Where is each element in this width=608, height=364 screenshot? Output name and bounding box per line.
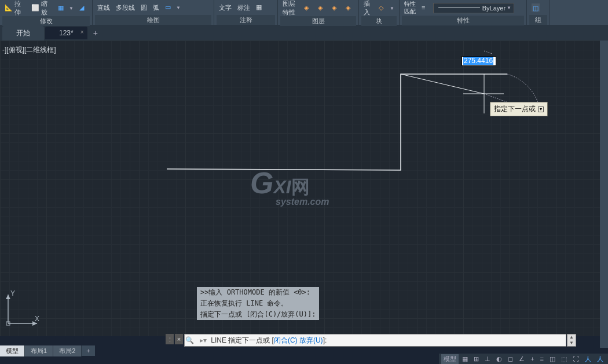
status-tpy[interactable]: ◫	[547, 355, 558, 363]
cmd-close-opt[interactable]: 闭合(C)	[274, 336, 298, 344]
panel-group: ◫ 组	[527, 0, 550, 25]
insert-label: 插入	[364, 0, 373, 17]
layer-props-button[interactable]: 图层特性	[280, 0, 301, 18]
command-history: >>输入 ORTHOMODE 的新值 <0>: 正在恢复执行 LINE 命令。 …	[197, 287, 319, 320]
layer-tool4[interactable]: ◈	[343, 3, 356, 13]
tab-add-button[interactable]: +	[89, 27, 102, 39]
panel-modify-title[interactable]: 修改	[2, 16, 90, 26]
status-osnap[interactable]: ◻	[506, 355, 515, 363]
status-snap[interactable]: ⊞	[471, 355, 481, 363]
polyline-label: 多段线	[116, 3, 135, 12]
status-anno2[interactable]: 人	[595, 354, 606, 364]
panel-layer-title[interactable]: 图层	[280, 16, 356, 26]
draw-more-button[interactable]: ▭▼	[163, 2, 183, 13]
linetype-label: ByLayer	[482, 5, 506, 12]
panel-annotate-title[interactable]: 注释	[217, 15, 275, 25]
viewport-label[interactable]: -][俯视][二维线框]	[2, 45, 56, 55]
dim-button[interactable]: 标注	[235, 2, 252, 13]
linetype-dropdown[interactable]: ByLayer ▼	[433, 3, 514, 13]
circle-button[interactable]: 圆	[138, 2, 149, 13]
cmd-undo-opt[interactable]: 放弃(U)	[299, 336, 323, 344]
match-props-button[interactable]: 特性匹配	[402, 0, 418, 16]
lineweight-button[interactable]: ≡	[419, 3, 432, 13]
tooltip-menu-icon[interactable]: ▾	[538, 106, 544, 112]
status-ortho[interactable]: ⊥	[482, 355, 493, 363]
status-model[interactable]: 模型	[441, 354, 459, 364]
polyline-button[interactable]: 多段线	[113, 2, 137, 13]
ribbon-toolbar: 📐拉伸 ⬜缩放 ▦▼ ◢ 修改 直线 多段线 圆 弧 ▭▼ 绘图 文字 标注 ▦…	[0, 0, 608, 25]
layout-tab-2[interactable]: 布局2	[53, 345, 82, 356]
stretch-button[interactable]: 📐拉伸	[2, 0, 28, 18]
panel-props-title[interactable]: 特性	[402, 16, 524, 25]
scale-icon: ⬜	[31, 4, 39, 12]
ucs-x-label: X	[35, 315, 39, 323]
layout-tab-model[interactable]: 模型	[0, 345, 25, 356]
layer-icon1: ◈	[304, 4, 312, 12]
layer-props-label: 图层特性	[283, 0, 298, 17]
status-anno[interactable]: 人	[583, 354, 594, 364]
panel-draw-title[interactable]: 绘图	[95, 15, 211, 25]
status-polar[interactable]: ◐	[494, 355, 504, 363]
svg-marker-2	[6, 295, 10, 299]
block-tool[interactable]: ◇▼	[376, 3, 397, 13]
status-grid[interactable]: ▦	[460, 355, 470, 363]
layer-tool3[interactable]: ◈	[329, 3, 342, 13]
tab-start[interactable]: 开始	[2, 26, 44, 41]
scale-label: 缩放	[41, 0, 52, 17]
table-button[interactable]: ▦	[254, 2, 266, 13]
modify-tool-button[interactable]: ◢	[77, 3, 90, 13]
status-dyn[interactable]: +	[528, 355, 536, 363]
angle-arc	[507, 74, 539, 104]
chevron-down-icon: ▼	[390, 6, 394, 11]
vertical-scrollbar[interactable]	[600, 41, 608, 348]
tab-doc[interactable]: 123*×	[45, 27, 87, 39]
tooltip-text: 指定下一点或	[494, 104, 536, 114]
line-label: 直线	[97, 3, 110, 12]
tab-close-icon[interactable]: ×	[80, 29, 84, 35]
cmd-scroll: ▲ ▼	[567, 334, 576, 347]
chevron-down-icon: ▼	[176, 5, 181, 10]
tab-doc-label: 123*	[59, 29, 74, 37]
panel-block: 插入 ◇▼ 块	[359, 0, 400, 25]
insert-button[interactable]: 插入	[361, 0, 375, 18]
ucs-y-label: Y	[10, 289, 15, 297]
cmd-scroll-up[interactable]: ▲	[567, 334, 576, 340]
layout-tab-1[interactable]: 布局1	[25, 345, 53, 356]
cmd-x-button[interactable]: ×	[175, 334, 183, 344]
status-lwt[interactable]: ≡	[538, 355, 546, 363]
layout-tabs: 模型 布局1 布局2 +	[0, 345, 95, 356]
match-label2: 匹配	[404, 9, 416, 14]
lineweight-icon: ≡	[422, 4, 430, 12]
status-otrack[interactable]: ∠	[517, 355, 527, 363]
cmd-close-button[interactable]: ⋮	[166, 334, 174, 344]
block-icon: ◇	[379, 4, 387, 12]
panel-props: 特性匹配 ≡ ByLayer ▼ 特性	[400, 0, 527, 25]
array-button[interactable]: ▦▼	[56, 3, 76, 13]
cmd-prefix: LINE	[211, 336, 226, 344]
panel-group-title[interactable]: 组	[529, 15, 547, 25]
panel-block-title[interactable]: 块	[361, 16, 397, 26]
cmd-scroll-down[interactable]: ▼	[567, 340, 576, 346]
arc-button[interactable]: 弧	[151, 2, 162, 13]
modify-icon: ◢	[79, 4, 87, 12]
status-qp[interactable]: ⬚	[559, 355, 569, 363]
line-button[interactable]: 直线	[95, 2, 112, 13]
cmd-suffix: ]:	[323, 336, 327, 344]
command-line[interactable]: 🔍 ▸▾ LINE 指定下一点或 [闭合(C) 放弃(U)]:	[184, 334, 566, 347]
history-line-3: 指定下一点或 [闭合(C)/放弃(U)]:	[197, 309, 319, 320]
dimension-input[interactable]: 275.4416	[462, 56, 496, 66]
scale-button[interactable]: ⬜缩放	[29, 0, 54, 18]
cmd-search-icon[interactable]: 🔍	[185, 336, 194, 344]
linetype-preview	[438, 8, 480, 8]
stretch-label: 拉伸	[14, 0, 25, 17]
command-tooltip: 指定下一点或 ▾	[490, 102, 548, 116]
layout-add-button[interactable]: +	[82, 346, 94, 355]
history-line-2: 正在恢复执行 LINE 命令。	[197, 298, 319, 309]
status-sc[interactable]: ⛶	[570, 355, 581, 363]
panel-annotate: 文字 标注 ▦ 注释	[214, 0, 278, 25]
text-button[interactable]: 文字	[217, 2, 234, 13]
layer-tool2[interactable]: ◈	[316, 3, 328, 13]
layer-tool1[interactable]: ◈	[302, 3, 314, 13]
group-button[interactable]: ◫	[529, 2, 542, 13]
file-tabs: 开始 123*× +	[0, 25, 608, 41]
